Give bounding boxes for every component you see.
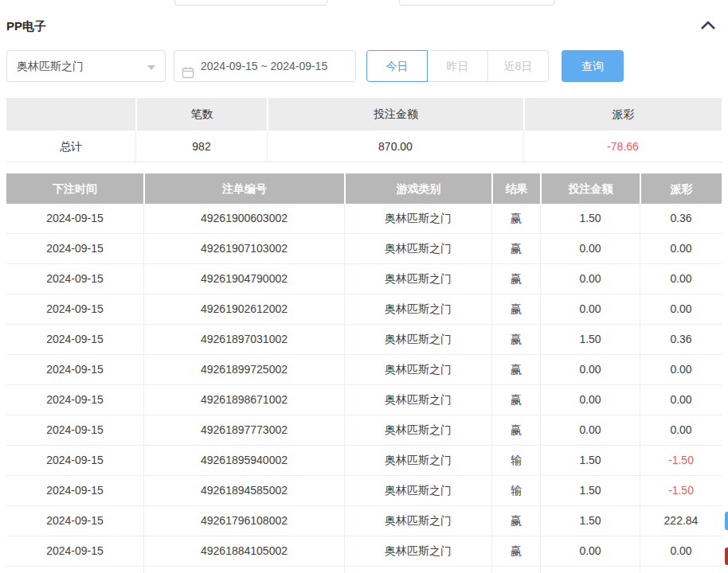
collapse-panel-button[interactable] bbox=[699, 19, 717, 33]
table-cell: 49261894585002 bbox=[143, 476, 344, 506]
table-cell: 奥林匹斯之门 bbox=[344, 476, 491, 506]
table-cell: 2024-09-15 bbox=[6, 204, 143, 234]
floating-widget-blue[interactable] bbox=[725, 512, 728, 530]
partial-input-above-right[interactable] bbox=[399, 0, 555, 6]
summary-header-cell: 派彩 bbox=[523, 98, 722, 131]
table-cell: 2024-09-15 bbox=[6, 385, 143, 415]
table-cell: 2024-09-15 bbox=[6, 415, 143, 446]
table-cell: 2024-09-15 bbox=[6, 234, 143, 264]
table-cell: 0.00 bbox=[640, 536, 722, 567]
summary-payout: -78.66 bbox=[523, 131, 722, 162]
table-cell: 奥林匹斯之门 bbox=[344, 415, 491, 446]
table-cell: 赢 bbox=[491, 264, 540, 294]
column-header: 投注金额 bbox=[540, 173, 640, 204]
table-row: 2024-09-1549261895940002奥林匹斯之门输1.50-1.50 bbox=[6, 446, 722, 476]
table-cell: 2024-09-15 bbox=[6, 294, 143, 325]
table-cell: 奥林匹斯之门 bbox=[344, 264, 491, 294]
table-row: 2024-09-1549261897773002奥林匹斯之门赢0.000.00 bbox=[6, 415, 722, 446]
table-cell: 赢 bbox=[491, 385, 540, 415]
table-cell: 1.50 bbox=[540, 204, 640, 234]
column-header: 结果 bbox=[491, 173, 540, 204]
calendar-icon bbox=[182, 60, 194, 90]
table-cell: 49261884105002 bbox=[143, 536, 344, 567]
table-cell: 0.00 bbox=[640, 234, 722, 264]
table-cell: 奥林匹斯之门 bbox=[344, 355, 491, 385]
table-cell: 0.00 bbox=[540, 536, 640, 567]
table-row: 2024-09-1549261884105002奥林匹斯之门赢0.000.00 bbox=[6, 536, 722, 567]
table-cell: 2024-09-15 bbox=[6, 325, 143, 355]
table-cell: -1.50 bbox=[640, 446, 722, 476]
summary-total-row: 总计 982 870.00 -78.66 bbox=[6, 131, 722, 162]
table-cell: 0.00 bbox=[540, 355, 640, 385]
summary-header-cell bbox=[6, 98, 135, 131]
table-cell: 49261895940002 bbox=[143, 446, 344, 476]
column-header: 派彩 bbox=[640, 173, 722, 204]
table-cell: 0.00 bbox=[540, 415, 640, 446]
table-cell: 奥林匹斯之门 bbox=[344, 506, 491, 536]
table-row: 2024-09-1549261897031002奥林匹斯之门赢1.500.36 bbox=[6, 325, 722, 355]
table-cell: 赢 bbox=[491, 355, 540, 385]
date-range-value: 2024-09-15 ~ 2024-09-15 bbox=[201, 51, 327, 81]
table-row: 2024-09-1549261902612002奥林匹斯之门赢0.000.00 bbox=[6, 294, 722, 325]
quick-date-button-group: 今日 昨日 近8日 bbox=[366, 50, 549, 82]
table-cell: 赢 bbox=[491, 506, 540, 536]
table-cell: -1.50 bbox=[640, 476, 722, 506]
table-cell: 奥林匹斯之门 bbox=[344, 385, 491, 415]
today-button[interactable]: 今日 bbox=[366, 50, 428, 82]
table-cell: 49261897773002 bbox=[143, 415, 344, 446]
summary-header-row: 笔数 投注金额 派彩 bbox=[6, 98, 722, 131]
table-cell: 奥林匹斯之门 bbox=[344, 446, 491, 476]
table-cell: 49261900603002 bbox=[143, 204, 344, 234]
floating-widget-red[interactable] bbox=[725, 548, 728, 565]
table-row: 2024-09-1549261907103002奥林匹斯之门赢0.000.00 bbox=[6, 234, 722, 264]
game-select[interactable]: 奥林匹斯之门 bbox=[6, 50, 166, 82]
summary-table: 笔数 投注金额 派彩 总计 982 870.00 -78.66 bbox=[6, 98, 722, 162]
table-cell: 49261796108002 bbox=[143, 506, 344, 536]
table-cell: 0.00 bbox=[540, 294, 640, 325]
yesterday-button[interactable]: 昨日 bbox=[427, 50, 488, 82]
table-row: 2024-09-1549261894585002奥林匹斯之门输1.50-1.50 bbox=[6, 476, 722, 506]
table-cell: 2024-09-15 bbox=[6, 476, 143, 506]
summary-count: 982 bbox=[135, 131, 267, 162]
column-header: 游戏类别 bbox=[344, 173, 491, 204]
table-cell: 0.00 bbox=[640, 355, 722, 385]
table-cell: 赢 bbox=[491, 415, 540, 446]
table-cell: 0.00 bbox=[640, 415, 722, 446]
table-cell: 赢 bbox=[491, 325, 540, 355]
partial-input-above-left[interactable] bbox=[174, 0, 327, 6]
table-cell: 2024-09-15 bbox=[6, 446, 143, 476]
table-cell: 222.84 bbox=[640, 506, 722, 536]
bet-table-header: 下注时间 注单编号 游戏类别 结果 投注金额 派彩 bbox=[6, 173, 722, 204]
column-header: 下注时间 bbox=[6, 173, 143, 204]
summary-header-cell: 笔数 bbox=[135, 98, 267, 131]
table-cell: 0.36 bbox=[640, 325, 722, 355]
table-cell: 奥林匹斯之门 bbox=[344, 325, 491, 355]
chevron-up-icon bbox=[699, 21, 717, 34]
table-cell: 0.00 bbox=[640, 385, 722, 415]
table-row: 2024-09-1549261898671002奥林匹斯之门赢0.000.00 bbox=[6, 385, 722, 415]
date-range-input[interactable]: 2024-09-15 ~ 2024-09-15 bbox=[174, 50, 356, 82]
bet-table-rows: 2024-09-1549261900603002奥林匹斯之门赢1.500.362… bbox=[6, 204, 722, 567]
table-cell: 输 bbox=[491, 476, 540, 506]
bet-table: 下注时间 注单编号 游戏类别 结果 投注金额 派彩 2024-09-154926… bbox=[6, 173, 722, 573]
summary-bet-amount: 870.00 bbox=[267, 131, 523, 162]
table-cell: 49261897031002 bbox=[143, 325, 344, 355]
panel-title: PP电子 bbox=[6, 19, 46, 34]
table-cell: 0.00 bbox=[640, 294, 722, 325]
table-cell: 0.00 bbox=[540, 264, 640, 294]
filter-bar: 奥林匹斯之门 2024-09-15 ~ 2024-09-15 今日 昨日 近8日… bbox=[6, 50, 722, 82]
table-row: 2024-09-1549261796108002奥林匹斯之门赢1.50222.8… bbox=[6, 506, 722, 536]
last-8-days-button[interactable]: 近8日 bbox=[487, 50, 549, 82]
table-cell: 赢 bbox=[491, 234, 540, 264]
table-cell: 2024-09-15 bbox=[6, 264, 143, 294]
table-cell: 输 bbox=[491, 446, 540, 476]
table-cell: 赢 bbox=[491, 536, 540, 567]
table-cell: 2024-09-15 bbox=[6, 355, 143, 385]
table-cell: 奥林匹斯之门 bbox=[344, 536, 491, 567]
query-button[interactable]: 查询 bbox=[562, 50, 624, 82]
table-cell: 0.00 bbox=[540, 385, 640, 415]
table-cell: 奥林匹斯之门 bbox=[344, 204, 491, 234]
chevron-down-icon bbox=[147, 65, 155, 70]
table-cell: 0.00 bbox=[640, 264, 722, 294]
table-cell: 1.50 bbox=[540, 506, 640, 536]
